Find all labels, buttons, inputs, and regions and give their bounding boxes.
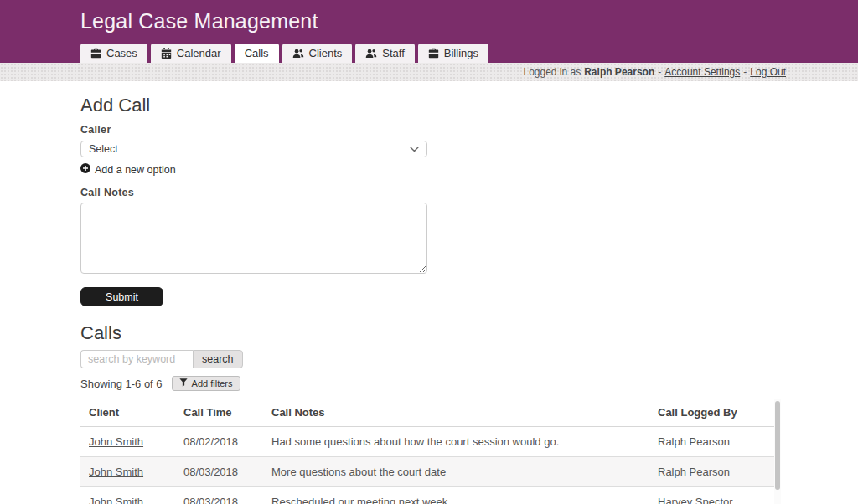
call-notes-cell: Rescheduled our meeting next week bbox=[263, 496, 649, 504]
tab-cases[interactable]: Cases bbox=[80, 44, 147, 63]
call-logged-by-cell: Ralph Pearson bbox=[649, 435, 774, 448]
caller-label: Caller bbox=[80, 124, 858, 136]
table-row: John Smith 08/03/2018 More questions abo… bbox=[80, 457, 774, 487]
call-logged-by-cell: Harvey Spector bbox=[649, 496, 774, 504]
tab-bar: Cases Calendar Calls Clients Staff bbox=[80, 44, 488, 63]
calls-heading: Calls bbox=[80, 322, 858, 344]
plus-circle-icon bbox=[80, 163, 90, 176]
client-link[interactable]: John Smith bbox=[89, 465, 143, 478]
tab-staff[interactable]: Staff bbox=[355, 44, 415, 63]
tab-label: Clients bbox=[309, 47, 343, 59]
tab-label: Calls bbox=[245, 47, 269, 59]
table-row: John Smith 08/02/2018 Had some questions… bbox=[80, 427, 774, 457]
add-filters-button[interactable]: Add filters bbox=[172, 376, 240, 391]
call-time-cell: 08/03/2018 bbox=[175, 465, 263, 478]
tab-calls[interactable]: Calls bbox=[235, 44, 279, 63]
tab-label: Staff bbox=[382, 47, 405, 59]
tab-clients[interactable]: Clients bbox=[282, 44, 353, 63]
users-icon bbox=[292, 48, 304, 59]
chevron-down-icon bbox=[410, 143, 419, 155]
add-new-option-link[interactable]: Add a new option bbox=[80, 163, 176, 176]
search-button[interactable]: search bbox=[193, 350, 243, 368]
filter-funnel-icon bbox=[179, 378, 188, 388]
table-scrollbar-thumb[interactable] bbox=[775, 401, 780, 490]
call-logged-by-cell: Ralph Pearson bbox=[649, 465, 774, 478]
column-header-call-logged-by: Call Logged By bbox=[649, 406, 774, 419]
client-link[interactable]: John Smith bbox=[89, 435, 143, 448]
column-header-call-time: Call Time bbox=[175, 406, 263, 419]
logged-in-text: Logged in as bbox=[523, 66, 581, 78]
column-header-client: Client bbox=[80, 406, 175, 419]
call-time-cell: 08/03/2018 bbox=[175, 496, 263, 504]
user-name: Ralph Pearson bbox=[584, 66, 654, 78]
submit-button[interactable]: Submit bbox=[80, 287, 163, 306]
call-notes-textarea[interactable] bbox=[80, 203, 427, 274]
tab-label: Cases bbox=[106, 47, 137, 59]
table-scrollbar-track bbox=[774, 399, 781, 504]
table-row: John Smith 08/03/2018 Rescheduled our me… bbox=[80, 487, 774, 504]
add-filters-label: Add filters bbox=[192, 378, 233, 388]
separator: - bbox=[658, 66, 661, 78]
call-time-cell: 08/02/2018 bbox=[175, 435, 263, 448]
account-settings-link[interactable]: Account Settings bbox=[664, 66, 740, 78]
caller-select-value: Select bbox=[89, 143, 118, 155]
calls-table: Client Call Time Call Notes Call Logged … bbox=[80, 399, 781, 504]
app-title: Legal Case Management bbox=[80, 9, 318, 33]
main-content: Add Call Caller Select Add a new option … bbox=[0, 81, 858, 504]
call-notes-cell: More questions about the court date bbox=[263, 465, 649, 478]
tab-label: Billings bbox=[444, 47, 478, 59]
add-new-option-label: Add a new option bbox=[95, 164, 176, 176]
users-icon bbox=[365, 48, 377, 59]
briefcase-icon bbox=[90, 48, 101, 59]
briefcase-icon bbox=[428, 48, 439, 59]
add-call-heading: Add Call bbox=[80, 95, 858, 116]
separator: - bbox=[743, 66, 747, 78]
logout-link[interactable]: Log Out bbox=[750, 66, 786, 78]
tab-label: Calendar bbox=[177, 47, 221, 59]
app-header: Legal Case Management Cases Calendar Cal… bbox=[0, 0, 858, 63]
table-header-row: Client Call Time Call Notes Call Logged … bbox=[80, 399, 774, 427]
tab-billings[interactable]: Billings bbox=[418, 44, 488, 63]
showing-row: Showing 1-6 of 6 Add filters bbox=[80, 376, 858, 391]
column-header-call-notes: Call Notes bbox=[263, 406, 649, 419]
call-notes-label: Call Notes bbox=[80, 187, 858, 198]
showing-count-text: Showing 1-6 of 6 bbox=[80, 378, 163, 390]
caller-select[interactable]: Select bbox=[80, 141, 427, 157]
user-bar: Logged in as Ralph Pearson - Account Set… bbox=[0, 63, 858, 81]
call-notes-cell: Had some questions about how the court s… bbox=[263, 435, 649, 448]
search-row: search bbox=[80, 350, 858, 368]
client-link[interactable]: John Smith bbox=[89, 496, 143, 504]
search-input[interactable] bbox=[80, 350, 193, 368]
calendar-icon bbox=[161, 48, 172, 59]
tab-calendar[interactable]: Calendar bbox=[151, 44, 231, 63]
